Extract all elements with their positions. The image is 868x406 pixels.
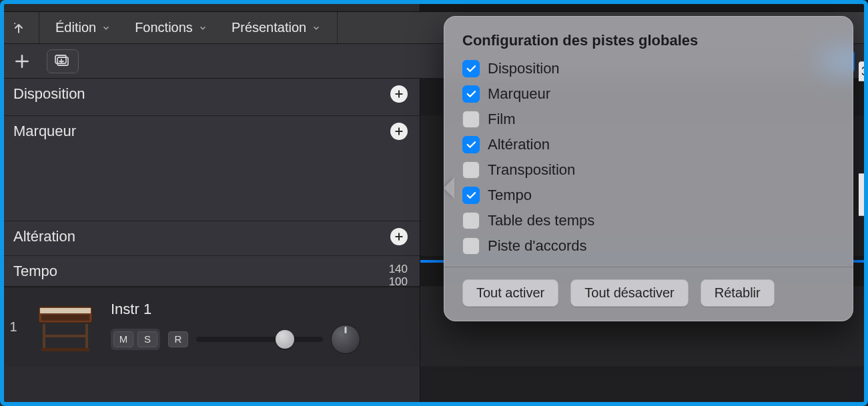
menu-edition[interactable]: Édition xyxy=(46,17,120,39)
mute-button[interactable]: M xyxy=(113,331,133,347)
global-track-header-tempo[interactable]: Tempo 140 100 xyxy=(0,256,420,287)
global-track-label: Tempo xyxy=(13,261,57,280)
volume-slider[interactable] xyxy=(196,337,323,342)
tempo-range: 140 100 xyxy=(389,261,408,288)
checkbox-label: Tempo xyxy=(488,187,532,204)
config-option-table_temps[interactable]: Table des temps xyxy=(462,212,835,229)
add-icon[interactable] xyxy=(390,228,408,245)
global-track-header-disposition[interactable]: Disposition xyxy=(0,79,420,116)
svg-rect-4 xyxy=(40,308,91,313)
menu-presentation[interactable]: Présentation xyxy=(222,17,330,39)
checkbox-tempo[interactable] xyxy=(462,187,480,204)
checkbox-disposition[interactable] xyxy=(462,60,480,77)
edge-panel-fragment xyxy=(859,173,868,216)
reset-button[interactable]: Rétablir xyxy=(701,279,775,307)
config-option-transposition[interactable]: Transposition xyxy=(462,161,835,179)
checkbox-film[interactable] xyxy=(462,111,480,128)
checkbox-table_temps[interactable] xyxy=(462,212,480,229)
menu-fonctions[interactable]: Fonctions xyxy=(125,17,217,39)
checkbox-label: Table des temps xyxy=(488,212,594,229)
config-option-film[interactable]: Film xyxy=(462,111,835,128)
svg-rect-9 xyxy=(44,335,87,337)
config-option-marqueur[interactable]: Marqueur xyxy=(462,85,835,103)
checkbox-label: Piste d'accords xyxy=(488,237,587,255)
checkbox-label: Disposition xyxy=(488,60,560,77)
config-option-tempo[interactable]: Tempo xyxy=(462,187,835,204)
global-track-label: Altération xyxy=(13,227,75,245)
checkbox-piste_accords[interactable] xyxy=(462,237,480,255)
track-header-row[interactable]: 1 Instr 1 M S xyxy=(0,287,420,367)
checkbox-marqueur[interactable] xyxy=(462,85,480,103)
global-track-header-alteration[interactable]: Altération xyxy=(0,221,420,256)
tempo-high: 140 xyxy=(389,263,408,275)
global-tracks-config-popover: Configuration des pistes globales Dispos… xyxy=(444,16,853,321)
record-enable-button[interactable]: R xyxy=(168,331,188,347)
popover-title: Configuration des pistes globales xyxy=(462,32,835,49)
instrument-thumbnail xyxy=(32,299,99,356)
checkbox-label: Altération xyxy=(488,136,550,153)
tempo-low: 100 xyxy=(389,275,408,288)
svg-rect-5 xyxy=(41,315,89,321)
config-option-piste_accords[interactable]: Piste d'accords xyxy=(462,237,835,255)
checkbox-label: Transposition xyxy=(488,161,575,179)
disable-all-button[interactable]: Tout désactiver xyxy=(570,279,689,307)
track-header-column: Disposition Marqueur Altération Tempo 14… xyxy=(0,79,420,406)
popover-divider xyxy=(444,267,853,267)
edge-marker: 3 xyxy=(859,61,868,81)
duplicate-track-button[interactable] xyxy=(47,49,79,73)
menu-fonctions-label: Fonctions xyxy=(135,20,193,35)
add-icon[interactable] xyxy=(390,123,408,140)
add-track-button[interactable] xyxy=(7,49,37,73)
checkbox-transposition[interactable] xyxy=(462,161,480,179)
global-track-label: Disposition xyxy=(13,84,85,103)
menu-edition-label: Édition xyxy=(55,20,96,35)
config-option-alteration[interactable]: Altération xyxy=(462,136,835,153)
enable-all-button[interactable]: Tout activer xyxy=(462,279,558,307)
global-track-header-marqueur[interactable]: Marqueur xyxy=(0,116,420,221)
add-icon[interactable] xyxy=(390,85,408,103)
checkbox-label: Film xyxy=(488,111,516,128)
volume-thumb[interactable] xyxy=(276,330,294,349)
checkbox-alteration[interactable] xyxy=(462,136,480,153)
global-track-label: Marqueur xyxy=(13,121,76,140)
svg-rect-8 xyxy=(41,348,89,351)
pan-knob[interactable] xyxy=(331,325,360,354)
solo-button[interactable]: S xyxy=(137,331,157,347)
checkbox-label: Marqueur xyxy=(488,85,550,103)
msr-group: M S xyxy=(111,329,160,350)
config-option-disposition[interactable]: Disposition xyxy=(462,60,835,77)
up-level-icon[interactable] xyxy=(5,17,32,39)
track-name: Instr 1 xyxy=(111,301,410,318)
track-index: 1 xyxy=(7,319,20,335)
window-top-strip xyxy=(0,0,868,12)
menu-presentation-label: Présentation xyxy=(232,20,306,35)
